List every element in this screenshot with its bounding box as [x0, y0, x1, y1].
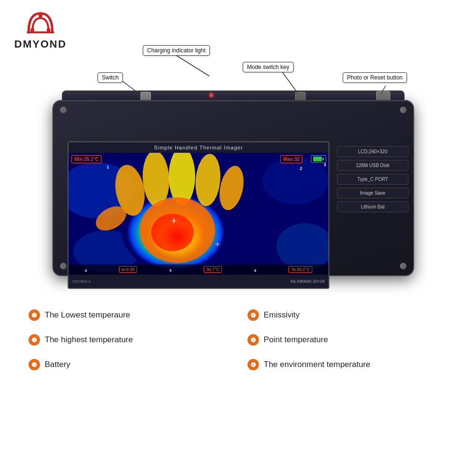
svg-point-1: [30, 28, 34, 32]
legend-item-2: ❷ The highest temperature: [29, 334, 228, 346]
spec-image-save: Image Save: [337, 188, 408, 198]
switch-label: Switch: [102, 74, 119, 81]
svg-point-2: [47, 28, 50, 32]
annotation-charging: Charging indicator light: [143, 45, 210, 56]
screw-br: [400, 263, 407, 269]
screen-label-1: 1: [107, 165, 109, 169]
screw-tl: [60, 107, 67, 113]
legend-area: ❶ The Lowest temperaure ❹ Emissivity ❷ T…: [29, 309, 447, 370]
screen-id: 3327606-3: [72, 279, 90, 284]
svg-point-6: [262, 158, 328, 204]
legend-label-1: The Lowest temperaure: [45, 310, 130, 320]
env-temp-badge: Ta:39.2°C: [288, 266, 312, 273]
spec-port: Type_C PORT: [337, 174, 408, 185]
legend-num-3: ❸: [29, 359, 40, 370]
screw-bl: [60, 263, 67, 269]
svg-point-17: [151, 214, 194, 251]
specs-panel: LCD:240×320 128M USB Disk Type_C PORT Im…: [337, 146, 408, 212]
mode-switch-key[interactable]: [295, 92, 306, 100]
photo-reset-label: Photo or Reset button: [347, 74, 403, 81]
legend-num-2: ❷: [29, 334, 40, 346]
model-label: MLX90640 32×24: [291, 279, 325, 284]
screen-label-6-wrap: 6: [254, 265, 256, 274]
annotation-photo-reset: Photo or Reset button: [343, 72, 407, 83]
screen-title: Simple Handled Thermal Imager: [69, 142, 328, 153]
brand-name: DMYOND: [14, 38, 67, 50]
battery-badge: [311, 155, 326, 163]
screen-label-5: 5: [169, 268, 171, 273]
legend-item-4: ❹ Emissivity: [248, 309, 447, 321]
annotation-switch: Switch: [98, 72, 123, 83]
legend-item-5: ❺ Point temperature: [248, 334, 447, 346]
legend-item-3: ❸ Battery: [29, 359, 228, 370]
screen-label-3: 3: [324, 162, 326, 167]
device-body: Simple Handled Thermal Imager: [52, 100, 414, 276]
legend-label-3: Battery: [45, 360, 70, 369]
point-temp-badge: 30.7°C: [204, 266, 222, 273]
legend-label-6: The environment temperature: [264, 360, 370, 369]
legend-num-1: ❶: [29, 309, 40, 321]
dmyond-logo-icon: [24, 9, 57, 37]
svg-point-3: [39, 14, 42, 18]
screen-area: Simple Handled Thermal Imager: [68, 141, 329, 289]
thermal-image: [69, 153, 328, 275]
legend-num-5: ❺: [248, 334, 259, 346]
emissivity-badge: e=0.95: [119, 266, 137, 273]
battery-tip: [322, 158, 324, 160]
bottom-readings: 4 e=0.95 5 30.7°C 6 Ta:39.2°C: [69, 264, 328, 275]
screen-label-5-wrap: 5: [169, 265, 171, 274]
legend-label-5: Point temperature: [264, 335, 328, 345]
legend-item-6: ❻ The environment temperature: [248, 359, 447, 370]
screen-label-4: 4: [85, 268, 87, 273]
charging-indicator: [209, 93, 213, 97]
battery-level: [313, 157, 322, 161]
max-temp-badge: Max:32: [280, 155, 302, 163]
screen-label-2: 2: [300, 166, 302, 171]
mode-switch-label: Mode switch key: [247, 64, 289, 70]
annotation-mode-switch: Mode switch key: [243, 62, 294, 72]
screen-label-6: 6: [254, 268, 256, 273]
logo-area: DMYOND: [14, 9, 67, 50]
spec-lcd: LCD:240×320: [337, 146, 408, 157]
screen-label-4-wrap: 4: [85, 265, 87, 274]
legend-num-4: ❹: [248, 309, 259, 321]
min-temp-badge: Min:25.1°C: [71, 155, 101, 163]
legend-label-4: Emissivity: [264, 310, 300, 320]
screen-bottom-bar: 3327606-3 MLX90640 32×24: [69, 275, 328, 288]
device-wrapper: Simple Handled Thermal Imager: [52, 71, 414, 281]
spec-lithium-bat: Lithium Bat: [337, 201, 408, 212]
legend-num-6: ❻: [248, 359, 259, 370]
charging-label: Charging indicator light: [147, 47, 206, 54]
screw-tr: [400, 107, 407, 113]
legend-label-2: The highest temperature: [45, 335, 133, 345]
spec-usb: 128M USB Disk: [337, 160, 408, 171]
legend-item-1: ❶ The Lowest temperaure: [29, 309, 228, 321]
